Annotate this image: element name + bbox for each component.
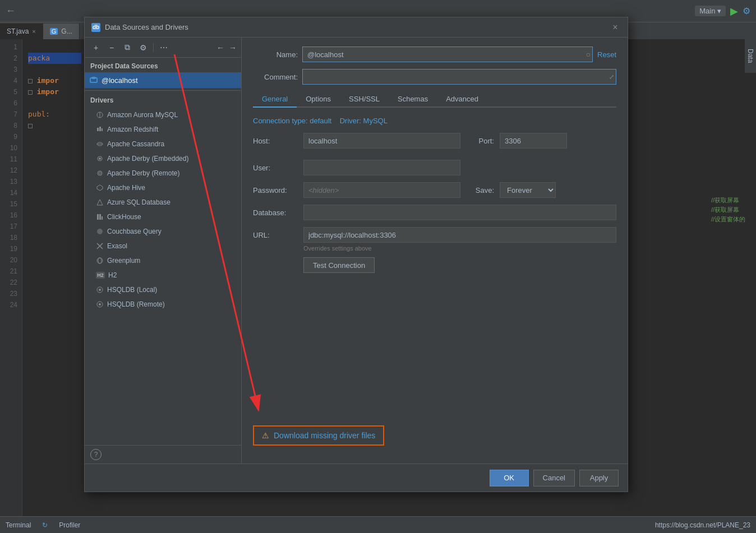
- driver-amazon-aurora[interactable]: Amazon Aurora MySQL: [85, 108, 241, 122]
- name-input[interactable]: [302, 47, 593, 62]
- driver-azure-sql[interactable]: Azure SQL Database: [85, 195, 241, 210]
- driver-hsqldb-local[interactable]: HSQLDB (Local): [85, 282, 241, 297]
- more-button[interactable]: ⋯: [157, 41, 170, 54]
- database-label: Database:: [253, 208, 298, 217]
- driver-amazon-redshift[interactable]: Amazon Redshift: [85, 122, 241, 137]
- warning-icon: ⚠: [262, 431, 269, 440]
- driver-hsqldb-remote[interactable]: HSQLDB (Remote): [85, 297, 241, 312]
- driver-greenplum[interactable]: Greenplum: [85, 253, 241, 268]
- apply-button[interactable]: Apply: [579, 470, 619, 486]
- run-icon[interactable]: ▶: [730, 5, 738, 17]
- url-label: URL:: [253, 231, 298, 239]
- driver-icon-greenplum: [96, 257, 104, 265]
- driver-apache-derby-remote[interactable]: Apache Derby (Remote): [85, 166, 241, 180]
- svg-rect-16: [99, 214, 101, 220]
- database-input[interactable]: [303, 205, 616, 220]
- line-numbers: 12345 678910 1112131415 1617181920 21222…: [0, 39, 22, 516]
- dialog-title: Data Sources and Drivers: [105, 23, 605, 31]
- clear-icon[interactable]: ○: [586, 50, 591, 59]
- help-button[interactable]: ?: [90, 449, 102, 460]
- tab-ssh-ssl[interactable]: SSH/SSL: [340, 91, 389, 108]
- connection-type-value[interactable]: default: [310, 117, 331, 125]
- code-area[interactable]: packa □ impor □ impor publ: □: [22, 39, 87, 516]
- password-row: Password: Save: Forever: [253, 182, 616, 198]
- left-toolbar: + − ⧉ ⚙ ⋯: [85, 38, 241, 58]
- profiler-icon: ↻: [42, 521, 48, 529]
- back-button[interactable]: ←: [216, 43, 224, 52]
- forward-button[interactable]: →: [229, 43, 237, 52]
- source-item-localhost[interactable]: @localhost: [85, 72, 241, 88]
- cancel-button[interactable]: Cancel: [533, 470, 575, 486]
- tab-schemas[interactable]: Schemas: [389, 91, 437, 108]
- driver-apache-hive[interactable]: Apache Hive: [85, 180, 241, 195]
- svg-point-18: [97, 229, 103, 234]
- terminal-label[interactable]: Terminal: [6, 521, 31, 529]
- svg-point-1: [91, 77, 96, 79]
- ok-button[interactable]: OK: [490, 470, 529, 486]
- tab-general[interactable]: General: [253, 91, 297, 108]
- data-panel-label: Data: [745, 39, 756, 73]
- dialog-icon: db: [91, 23, 100, 32]
- comment-label: Comment:: [253, 73, 298, 81]
- drivers-header: Drivers: [85, 93, 241, 108]
- tab-options[interactable]: Options: [297, 91, 340, 108]
- download-warning-area: ⚠ Download missing driver files: [253, 425, 616, 446]
- driver-icon-redshift: [96, 126, 104, 133]
- connection-info: Connection type: default Driver: MySQL: [253, 117, 616, 125]
- data-sources-dialog[interactable]: db Data Sources and Drivers × + − ⧉: [84, 17, 628, 492]
- driver-couchbase[interactable]: Couchbase Query: [85, 224, 241, 239]
- url-input[interactable]: [303, 227, 616, 243]
- database-row: Database:: [253, 205, 616, 220]
- save-select[interactable]: Forever: [500, 182, 556, 198]
- host-input[interactable]: [303, 133, 460, 149]
- driver-apache-derby-embedded[interactable]: Apache Derby (Embedded): [85, 151, 241, 166]
- host-row: Host: Port:: [253, 133, 616, 149]
- driver-h2[interactable]: H2 H2: [85, 268, 241, 282]
- driver-apache-cassandra[interactable]: Apache Cassandra: [85, 137, 241, 151]
- reset-button[interactable]: Reset: [597, 50, 616, 59]
- remove-button[interactable]: −: [105, 41, 118, 54]
- expand-icon[interactable]: ⤢: [609, 73, 614, 81]
- svg-point-10: [99, 157, 101, 160]
- user-input[interactable]: [303, 160, 460, 175]
- host-label: Host:: [253, 137, 298, 145]
- download-missing-drivers-button[interactable]: ⚠ Download missing driver files: [253, 425, 384, 446]
- name-label: Name:: [253, 50, 298, 59]
- driver-exasol[interactable]: Exasol: [85, 239, 241, 253]
- driver-clickhouse[interactable]: ClickHouse: [85, 210, 241, 224]
- tab-st-java[interactable]: ST.java ×: [0, 24, 43, 39]
- settings-button[interactable]: ⚙: [136, 41, 150, 54]
- add-button[interactable]: +: [89, 41, 103, 54]
- tab-label-text: G...: [61, 27, 72, 35]
- url-row: URL:: [253, 227, 616, 243]
- copy-button[interactable]: ⧉: [121, 41, 134, 54]
- test-connection-button[interactable]: Test Connection: [303, 257, 375, 273]
- back-nav-icon[interactable]: ←: [6, 5, 16, 17]
- save-label: Save:: [466, 186, 494, 194]
- driver-icon-couchbase: [96, 228, 104, 235]
- svg-rect-5: [99, 127, 101, 131]
- port-input[interactable]: [500, 133, 567, 149]
- debug-icon[interactable]: ⚙: [743, 6, 750, 16]
- close-icon[interactable]: ×: [32, 28, 35, 35]
- user-row: User:: [253, 160, 616, 175]
- name-input-wrapper: ○: [302, 47, 593, 62]
- driver-label: Driver:: [340, 117, 361, 125]
- driver-icon-derby-remote: [96, 169, 104, 177]
- comment-input[interactable]: [302, 69, 616, 85]
- url-hint: Overrides settings above: [253, 245, 616, 252]
- left-panel: + − ⧉ ⚙ ⋯: [85, 38, 242, 464]
- left-panel-bottom: ?: [85, 445, 241, 464]
- right-comments: //获取屏幕 //获取屏幕 //设置窗体的: [711, 39, 756, 516]
- source-icon: [89, 76, 98, 85]
- password-input[interactable]: [303, 182, 460, 198]
- tab-advanced[interactable]: Advanced: [437, 91, 487, 108]
- toolbar-separator: [153, 43, 154, 52]
- dialog-close-button[interactable]: ×: [610, 22, 621, 33]
- tab-g[interactable]: G G...: [43, 24, 80, 39]
- user-label: User:: [253, 164, 298, 172]
- profiler-label[interactable]: Profiler: [59, 521, 80, 529]
- driver-icon-hsqldb-remote: [96, 300, 104, 308]
- download-text: Download missing driver files: [274, 431, 375, 440]
- driver-value[interactable]: MySQL: [363, 117, 388, 125]
